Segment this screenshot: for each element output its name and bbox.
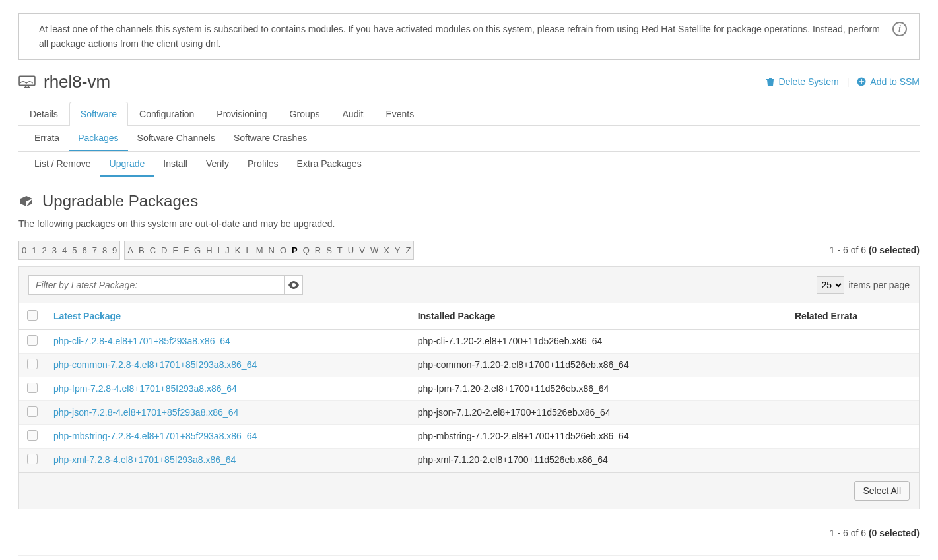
related-errata-cell [787,448,919,472]
alpha-M[interactable]: M [253,241,266,259]
table-row: php-xml-7.2.8-4.el8+1701+85f293a8.x86_64… [19,448,919,472]
latest-package-link[interactable]: php-fpm-7.2.8-4.el8+1701+85f293a8.x86_64 [53,383,237,394]
latest-package-link[interactable]: php-json-7.2.8-4.el8+1701+85f293a8.x86_6… [53,407,238,418]
alpha-digits: 0123456789 [18,241,120,260]
section-title: Upgradable Packages [42,192,198,210]
alpha-5[interactable]: 5 [69,241,79,259]
alpha-B[interactable]: B [136,241,147,259]
info-icon: i [892,22,907,36]
alpha-1[interactable]: 1 [29,241,39,259]
row-checkbox[interactable] [27,359,38,369]
alpha-V[interactable]: V [356,241,368,259]
subsubtab-extra-packages[interactable]: Extra Packages [288,152,371,177]
alpha-Y[interactable]: Y [392,241,403,259]
alpha-8[interactable]: 8 [100,241,110,259]
tab-software[interactable]: Software [69,102,128,126]
alpha-Q[interactable]: Q [300,241,312,259]
table-row: php-cli-7.2.8-4.el8+1701+85f293a8.x86_64… [19,329,919,353]
col-latest-package[interactable]: Latest Package [53,311,121,321]
subsubtab-list-remove[interactable]: List / Remove [25,152,100,177]
row-checkbox[interactable] [27,383,38,393]
delete-system-link[interactable]: Delete System [766,77,839,87]
alpha-S[interactable]: S [323,241,335,259]
select-all-checkbox[interactable] [27,310,38,321]
alpha-R[interactable]: R [312,241,323,259]
alpha-9[interactable]: 9 [110,241,119,259]
alpha-D[interactable]: D [158,241,170,259]
row-checkbox[interactable] [27,454,38,464]
alpha-K[interactable]: K [232,241,244,259]
title-group: rhel8-vm [18,72,110,92]
alpha-X[interactable]: X [381,241,392,259]
alpha-A[interactable]: A [125,241,136,259]
table-row: php-mbstring-7.2.8-4.el8+1701+85f293a8.x… [19,424,919,448]
alpha-L[interactable]: L [243,241,253,259]
page-header: rhel8-vm Delete System | Add to SSM [18,72,920,92]
subtab-errata[interactable]: Errata [25,126,69,151]
alpha-I[interactable]: I [215,241,223,259]
plus-circle-icon [857,77,866,86]
alpha-H[interactable]: H [203,241,215,259]
package-icon [18,195,34,208]
alpha-2[interactable]: 2 [39,241,49,259]
add-to-ssm-link[interactable]: Add to SSM [857,77,920,87]
alpha-7[interactable]: 7 [90,241,100,259]
installed-package-cell: php-xml-7.1.20-2.el8+1700+11d526eb.x86_6… [410,448,787,472]
subtab-software-channels[interactable]: Software Channels [128,126,224,151]
count-range-bottom: 1 - 6 of 6 [830,528,866,538]
result-count-top: 1 - 6 of 6 (0 selected) [830,245,920,255]
alpha-Z[interactable]: Z [403,241,414,259]
per-page-select[interactable]: 25 [817,276,844,294]
alpha-G[interactable]: G [191,241,203,259]
alpha-0[interactable]: 0 [19,241,29,259]
filter-submit-button[interactable] [285,275,303,295]
subtab-software-crashes[interactable]: Software Crashes [224,126,316,151]
list-bar: 0123456789 ABCDEFGHIJKLMNOPQRSTUVWXYZ 1 … [18,241,920,260]
row-checkbox[interactable] [27,406,38,417]
latest-package-link[interactable]: php-mbstring-7.2.8-4.el8+1701+85f293a8.x… [53,431,257,441]
alpha-P[interactable]: P [289,241,300,259]
alpha-E[interactable]: E [170,241,181,259]
alpha-J[interactable]: J [222,241,232,259]
alpha-W[interactable]: W [368,241,381,259]
alpha-T[interactable]: T [335,241,345,259]
count-range: 1 - 6 of 6 [830,245,866,255]
row-checkbox[interactable] [27,430,38,441]
action-bar: Upgrade Packages [18,555,920,560]
col-related-errata: Related Errata [787,303,919,330]
latest-package-link[interactable]: php-xml-7.2.8-4.el8+1701+85f293a8.x86_64 [53,454,236,465]
svg-rect-0 [19,77,35,86]
subsubtab-install[interactable]: Install [154,152,197,177]
alpha-U[interactable]: U [345,241,356,259]
table-footer: Select All [19,472,919,509]
trash-icon [766,77,775,86]
tab-groups[interactable]: Groups [279,102,331,126]
alpha-C[interactable]: C [147,241,158,259]
subsubtab-verify[interactable]: Verify [197,152,238,177]
subtab-packages[interactable]: Packages [69,126,127,151]
latest-package-link[interactable]: php-cli-7.2.8-4.el8+1701+85f293a8.x86_64 [53,336,230,346]
alpha-3[interactable]: 3 [50,241,59,259]
alpha-6[interactable]: 6 [79,241,89,259]
result-count-bottom: 1 - 6 of 6 (0 selected) [18,528,920,538]
count-selected: (0 selected) [869,245,920,255]
packages-table: Latest Package Installed Package Related… [19,303,919,472]
subsubtab-profiles[interactable]: Profiles [238,152,288,177]
tab-details[interactable]: Details [18,102,69,126]
filter-input[interactable] [28,275,285,295]
tab-audit[interactable]: Audit [331,102,375,126]
system-icon [18,75,36,88]
latest-package-link[interactable]: php-common-7.2.8-4.el8+1701+85f293a8.x86… [53,359,257,370]
alpha-4[interactable]: 4 [59,241,69,259]
row-checkbox[interactable] [27,335,38,346]
tab-events[interactable]: Events [374,102,425,126]
alpha-N[interactable]: N [265,241,277,259]
per-page-group: 25 items per page [817,276,910,294]
alpha-O[interactable]: O [277,241,289,259]
tab-configuration[interactable]: Configuration [128,102,205,126]
subsubtab-upgrade[interactable]: Upgrade [100,152,154,177]
module-warning-alert: At least one of the channels this system… [18,13,920,60]
select-all-button[interactable]: Select All [854,481,910,501]
tab-provisioning[interactable]: Provisioning [205,102,278,126]
alpha-F[interactable]: F [181,241,191,259]
